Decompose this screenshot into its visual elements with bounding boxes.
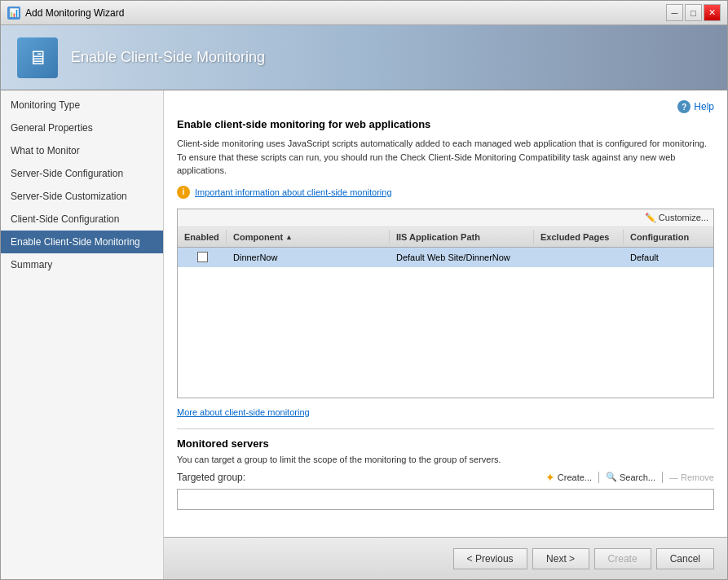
- remove-button[interactable]: — Remove: [669, 472, 714, 482]
- description-text: Client-side monitoring uses JavaScript s…: [177, 137, 714, 178]
- previous-button[interactable]: < Previous: [453, 548, 527, 569]
- sidebar: Monitoring Type General Properties What …: [1, 90, 164, 579]
- title-bar: 📊 Add Monitoring Wizard ─ □ ✕: [1, 1, 727, 25]
- col-configuration: Configuration: [624, 230, 713, 244]
- cancel-button[interactable]: Cancel: [656, 548, 714, 569]
- main-window: 📊 Add Monitoring Wizard ─ □ ✕ 🖥 Enable C…: [0, 0, 728, 580]
- enabled-checkbox[interactable]: [197, 252, 208, 262]
- main-area: Monitoring Type General Properties What …: [1, 90, 727, 579]
- header-area: 🖥 Enable Client-Side Monitoring: [1, 25, 727, 90]
- search-label: Search...: [620, 472, 655, 482]
- targeted-label: Targeted group:: [177, 472, 245, 483]
- customize-row: ✏️ Customize...: [178, 209, 713, 227]
- monitored-desc: You can target a group to limit the scop…: [177, 455, 714, 464]
- create-button[interactable]: ✦ Create...: [545, 471, 592, 484]
- sidebar-item-client-side-config[interactable]: Client-Side Configuration: [1, 208, 163, 231]
- sidebar-item-summary[interactable]: Summary: [1, 253, 163, 276]
- content-inner: ? Help Enable client-side monitoring for…: [164, 90, 727, 537]
- header-icon: 🖥: [17, 37, 58, 78]
- section-title: Enable client-side monitoring for web ap…: [177, 118, 714, 130]
- col-iis-path: IIS Application Path: [390, 230, 534, 244]
- info-link-row: i Important information about client-sid…: [177, 186, 714, 199]
- info-icon: i: [177, 186, 190, 199]
- help-icon: ?: [677, 100, 690, 113]
- enabled-cell[interactable]: [178, 248, 227, 267]
- help-row: ? Help: [177, 100, 714, 113]
- sidebar-item-monitoring-type[interactable]: Monitoring Type: [1, 94, 163, 116]
- header-title: Enable Client-Side Monitoring: [71, 49, 265, 66]
- info-link[interactable]: Important information about client-side …: [195, 187, 392, 197]
- sidebar-item-general-properties[interactable]: General Properties: [1, 116, 163, 139]
- monitored-servers-title: Monitored servers: [177, 428, 714, 450]
- help-link[interactable]: ? Help: [677, 100, 714, 113]
- sidebar-item-what-to-monitor[interactable]: What to Monitor: [1, 139, 163, 162]
- iis-path-cell: Default Web Site/DinnerNow: [390, 248, 534, 267]
- excluded-pages-cell: [534, 248, 624, 267]
- component-cell: DinnerNow: [227, 248, 390, 267]
- remove-dash-icon: —: [669, 472, 678, 482]
- minimize-button[interactable]: ─: [666, 4, 683, 21]
- title-bar-text: Add Monitoring Wizard: [25, 7, 666, 19]
- title-bar-icon: 📊: [7, 7, 20, 20]
- col-enabled: Enabled: [178, 230, 227, 244]
- title-bar-controls: ─ □ ✕: [666, 4, 721, 21]
- create-label: Create...: [558, 472, 592, 482]
- targeted-group-row: Targeted group: ✦ Create... 🔍 Search...: [177, 471, 714, 484]
- customize-label: Customize...: [659, 213, 708, 222]
- col-component[interactable]: Component ▲: [227, 230, 390, 244]
- create-star-icon: ✦: [545, 471, 555, 484]
- sort-arrow-icon: ▲: [285, 233, 293, 241]
- sidebar-item-server-side-custom[interactable]: Server-Side Customization: [1, 185, 163, 208]
- create-footer-button[interactable]: Create: [594, 548, 651, 569]
- sidebar-item-server-side-config[interactable]: Server-Side Configuration: [1, 162, 163, 185]
- customize-pencil-icon: ✏️: [645, 213, 656, 223]
- footer: < Previous Next > Create Cancel: [164, 537, 727, 579]
- applications-table-container: ✏️ Customize... Enabled Component ▲: [177, 209, 714, 398]
- search-icon: 🔍: [606, 472, 617, 482]
- help-label: Help: [694, 101, 714, 112]
- targeted-group-input[interactable]: [177, 489, 714, 510]
- remove-label: Remove: [681, 472, 714, 482]
- content-panel: ? Help Enable client-side monitoring for…: [164, 90, 727, 579]
- targeted-actions: ✦ Create... 🔍 Search... — Remove: [545, 471, 714, 484]
- more-link[interactable]: More about client-side monitoring: [177, 407, 310, 417]
- next-button[interactable]: Next >: [532, 548, 589, 569]
- maximize-button[interactable]: □: [685, 4, 702, 21]
- table-row[interactable]: DinnerNow Default Web Site/DinnerNow Def…: [178, 248, 713, 267]
- configuration-cell: Default: [624, 248, 713, 267]
- close-button[interactable]: ✕: [704, 4, 721, 21]
- customize-button[interactable]: ✏️ Customize...: [645, 213, 708, 223]
- search-button[interactable]: 🔍 Search...: [606, 472, 655, 482]
- table-header: Enabled Component ▲ IIS Application Path…: [178, 227, 713, 248]
- separator-1: [598, 472, 599, 483]
- col-excluded-pages: Excluded Pages: [534, 230, 624, 244]
- table-empty-area: [178, 267, 713, 398]
- sidebar-item-enable-client-side[interactable]: Enable Client-Side Monitoring: [1, 231, 163, 253]
- separator-2: [662, 472, 663, 483]
